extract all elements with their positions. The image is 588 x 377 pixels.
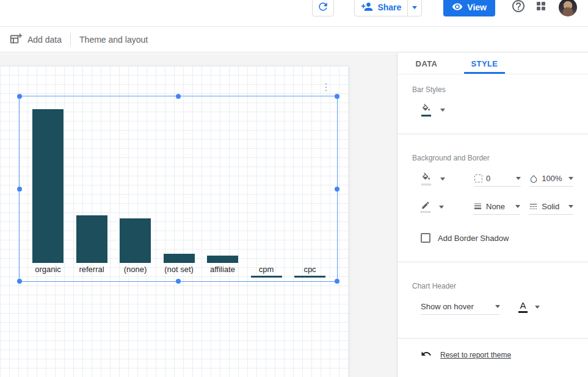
resize-handle-top-center[interactable]: [176, 94, 181, 99]
axis-label-cpm: cpm: [251, 265, 282, 278]
pencil-icon: [421, 201, 430, 213]
resize-handle-bottom-right[interactable]: [335, 279, 339, 284]
add-data-button[interactable]: Add data: [10, 33, 62, 46]
add-data-icon: [10, 33, 23, 46]
section-chart-header: Chart Header Show on hover A: [397, 262, 588, 339]
line-weight-icon: [473, 202, 482, 211]
apps-grid-button[interactable]: [535, 1, 546, 14]
corner-radius-icon: [474, 174, 482, 182]
undo-icon: [421, 348, 432, 362]
share-split-button: Share: [354, 0, 422, 16]
chart-header-visibility-value: Show on hover: [421, 302, 474, 311]
reset-theme-button[interactable]: Reset to report theme: [421, 348, 573, 362]
bar-(not set)[interactable]: [164, 254, 195, 263]
chevron-down-icon: [535, 306, 540, 309]
paint-bucket-icon: [421, 104, 432, 117]
chevron-down-icon: [568, 205, 573, 208]
opacity-droplet-icon: [529, 174, 538, 183]
theme-layout-button[interactable]: Theme and layout: [79, 35, 148, 45]
app-window: Share View: [0, 0, 588, 377]
apps-grid-icon: [535, 1, 546, 14]
section-background-border: Background and Border 0: [397, 134, 588, 262]
help-icon: [511, 0, 526, 16]
report-canvas[interactable]: ⋮ organicreferral(none)(not set)affiliat…: [0, 66, 349, 377]
chevron-down-icon: [412, 6, 417, 9]
chart-header-visibility-select[interactable]: Show on hover: [421, 299, 500, 315]
tab-style[interactable]: STYLE: [456, 53, 514, 74]
axis-label-referral: referral: [76, 265, 107, 278]
share-dropdown-arrow[interactable]: [408, 0, 421, 16]
chevron-down-icon: [440, 109, 445, 112]
bar-organic[interactable]: [32, 109, 64, 263]
refresh-button[interactable]: [312, 0, 334, 16]
bar-affiliate[interactable]: [207, 256, 238, 263]
properties-panel: DATA STYLE Bar Styles B: [397, 53, 588, 377]
axis-label-(none): (none): [120, 265, 151, 278]
avatar[interactable]: [559, 0, 577, 16]
topbar-actions: Share View: [312, 0, 577, 16]
edit-toolbar: Add data Theme and layout: [0, 27, 588, 52]
panel-tabs: DATA STYLE: [397, 53, 588, 74]
resize-handle-top-right[interactable]: [335, 94, 339, 99]
chevron-down-icon: [515, 205, 520, 208]
corner-radius-select[interactable]: 0: [474, 171, 521, 187]
border-weight-select[interactable]: None: [473, 199, 520, 215]
main-area: ⋮ organicreferral(none)(not set)affiliat…: [0, 53, 588, 377]
paint-bucket-icon: [421, 173, 432, 185]
chevron-down-icon: [568, 177, 573, 180]
share-button[interactable]: Share: [355, 0, 407, 16]
border-style-select[interactable]: Solid: [529, 199, 573, 215]
topbar: Share View: [0, 0, 588, 27]
view-button[interactable]: View: [443, 0, 495, 16]
opacity-select[interactable]: 100%: [529, 171, 573, 187]
corner-radius-value: 0: [486, 174, 490, 183]
toolbar-divider: [70, 33, 71, 46]
border-color-picker[interactable]: [421, 201, 444, 213]
border-style-value: Solid: [542, 202, 559, 211]
bar-styles-title: Bar Styles: [412, 85, 573, 94]
chevron-down-icon: [439, 206, 444, 209]
axis-label-affiliate: affiliate: [207, 265, 238, 278]
border-color-swatch: [421, 211, 430, 213]
background-color-picker[interactable]: [421, 173, 445, 185]
axis-label-cpc: cpc: [294, 265, 325, 278]
font-color-icon: A: [518, 301, 528, 313]
font-color-swatch: [518, 311, 528, 313]
resize-handle-top-left[interactable]: [17, 94, 22, 99]
bar-(none)[interactable]: [120, 218, 151, 263]
chevron-down-icon: [516, 177, 521, 180]
line-style-icon: [529, 202, 538, 211]
share-button-label: Share: [377, 2, 401, 12]
theme-layout-label: Theme and layout: [79, 35, 148, 45]
section-bar-styles: Bar Styles: [397, 74, 588, 134]
background-border-title: Background and Border: [412, 154, 573, 162]
section-footer: Reset to report theme: [397, 339, 588, 362]
bar-chart-axis-labels: organicreferral(none)(not set)affiliatec…: [32, 265, 325, 278]
opacity-value: 100%: [542, 174, 562, 183]
bar-cpc[interactable]: [294, 276, 325, 278]
bar-chart: [32, 96, 325, 263]
tab-data[interactable]: DATA: [397, 53, 456, 74]
border-weight-value: None: [486, 202, 505, 211]
refresh-icon: [317, 1, 329, 15]
chart-selection[interactable]: organicreferral(none)(not set)affiliatec…: [19, 96, 338, 282]
chart-more-menu[interactable]: ⋮: [319, 81, 333, 93]
bar-fill-swatch: [421, 115, 431, 117]
reset-theme-link[interactable]: Reset to report theme: [440, 351, 511, 359]
axis-label-(not set): (not set): [164, 265, 195, 278]
border-shadow-label: Add Border Shadow: [438, 234, 509, 243]
resize-handle-bottom-left[interactable]: [17, 279, 22, 284]
resize-handle-mid-left[interactable]: [17, 187, 22, 192]
view-button-label: View: [467, 2, 487, 12]
chart-header-font-color-picker[interactable]: A: [518, 301, 540, 313]
help-button[interactable]: [511, 0, 526, 16]
border-shadow-checkbox[interactable]: [421, 233, 430, 243]
bar-cpm[interactable]: [251, 276, 282, 278]
chart-header-title: Chart Header: [412, 282, 573, 290]
eye-icon: [452, 1, 463, 14]
resize-handle-bottom-center[interactable]: [176, 279, 181, 284]
resize-handle-mid-right[interactable]: [335, 187, 339, 192]
bar-fill-color-picker[interactable]: [421, 104, 445, 117]
bar-referral[interactable]: [76, 215, 107, 263]
chevron-down-icon: [495, 305, 500, 308]
